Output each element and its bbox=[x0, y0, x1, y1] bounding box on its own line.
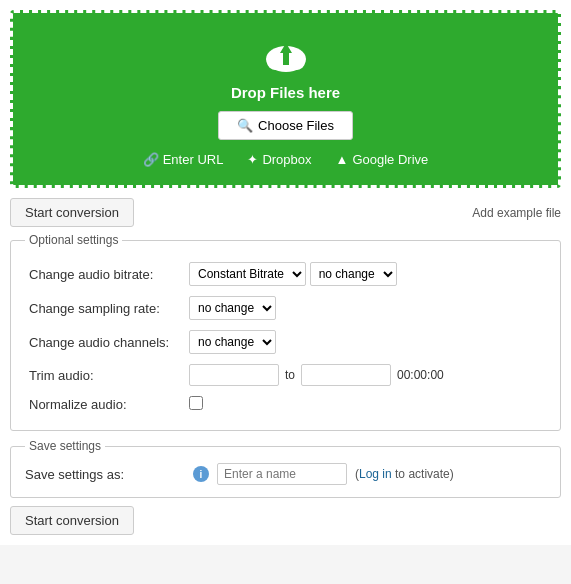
save-settings-row: Save settings as: i (Log in to activate) bbox=[25, 463, 546, 485]
info-icon[interactable]: i bbox=[193, 466, 209, 482]
choose-files-button[interactable]: 🔍 Choose Files bbox=[218, 111, 353, 140]
google-drive-icon: ▲ bbox=[336, 152, 349, 167]
dropbox-link[interactable]: ✦ Dropbox bbox=[247, 152, 311, 167]
save-name-input[interactable] bbox=[217, 463, 347, 485]
save-settings-legend: Save settings bbox=[25, 439, 105, 453]
google-drive-link[interactable]: ▲ Google Drive bbox=[336, 152, 429, 167]
bitrate-row: Change audio bitrate: Constant Bitrate n… bbox=[25, 257, 546, 291]
svg-point-2 bbox=[287, 54, 305, 70]
drop-files-text: Drop Files here bbox=[33, 84, 538, 101]
trim-end-input[interactable] bbox=[301, 364, 391, 386]
add-example-link[interactable]: Add example file bbox=[472, 206, 561, 220]
dropbox-icon: ✦ bbox=[247, 152, 258, 167]
normalize-checkbox[interactable] bbox=[189, 396, 203, 410]
save-as-label: Save settings as: bbox=[25, 467, 185, 482]
drop-links-row: 🔗 Enter URL ✦ Dropbox ▲ Google Drive bbox=[33, 152, 538, 167]
login-link[interactable]: Log in bbox=[359, 467, 392, 481]
save-settings-fieldset: Save settings Save settings as: i (Log i… bbox=[10, 439, 561, 498]
channels-select[interactable]: no change bbox=[189, 330, 276, 354]
trim-row: Trim audio: to 00:00:00 bbox=[25, 359, 546, 391]
bitrate-type-select[interactable]: Constant Bitrate bbox=[189, 262, 306, 286]
start-conversion-button-top[interactable]: Start conversion bbox=[10, 198, 134, 227]
optional-settings-legend: Optional settings bbox=[25, 233, 122, 247]
search-icon: 🔍 bbox=[237, 118, 253, 133]
top-action-row: Start conversion Add example file bbox=[10, 198, 561, 227]
bitrate-label: Change audio bitrate: bbox=[29, 267, 153, 282]
enter-url-link[interactable]: 🔗 Enter URL bbox=[143, 152, 224, 167]
trim-start-input[interactable] bbox=[189, 364, 279, 386]
bitrate-value-select[interactable]: no change bbox=[310, 262, 397, 286]
trim-time-text: 00:00:00 bbox=[397, 368, 444, 382]
drop-zone[interactable]: Drop Files here 🔍 Choose Files 🔗 Enter U… bbox=[10, 10, 561, 188]
trim-controls: to 00:00:00 bbox=[189, 364, 542, 386]
bottom-action-row: Start conversion bbox=[10, 506, 561, 535]
sampling-select[interactable]: no change bbox=[189, 296, 276, 320]
normalize-row: Normalize audio: bbox=[25, 391, 546, 418]
link-icon: 🔗 bbox=[143, 152, 159, 167]
settings-table: Change audio bitrate: Constant Bitrate n… bbox=[25, 257, 546, 418]
trim-label: Trim audio: bbox=[29, 368, 94, 383]
svg-point-1 bbox=[267, 54, 285, 70]
channels-label: Change audio channels: bbox=[29, 335, 169, 350]
sampling-row: Change sampling rate: no change bbox=[25, 291, 546, 325]
start-conversion-button-bottom[interactable]: Start conversion bbox=[10, 506, 134, 535]
upload-icon bbox=[262, 37, 310, 78]
optional-settings-fieldset: Optional settings Change audio bitrate: … bbox=[10, 233, 561, 431]
trim-to-text: to bbox=[285, 368, 295, 382]
channels-row: Change audio channels: no change bbox=[25, 325, 546, 359]
sampling-label: Change sampling rate: bbox=[29, 301, 160, 316]
login-activate-text: (Log in to activate) bbox=[355, 467, 454, 481]
page-wrapper: Drop Files here 🔍 Choose Files 🔗 Enter U… bbox=[0, 0, 571, 545]
normalize-label: Normalize audio: bbox=[29, 397, 127, 412]
